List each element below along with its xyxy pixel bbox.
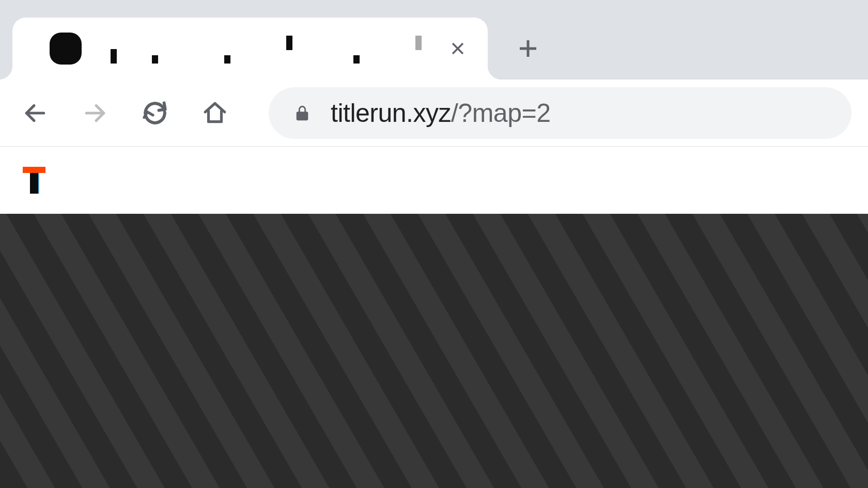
game-glyph-icon [353,55,360,64]
browser-toolbar: titlerun.xyz/?map=2 [0,80,868,147]
bookmark-t-icon [23,167,45,173]
address-bar[interactable]: titlerun.xyz/?map=2 [269,87,851,139]
tab-title [111,34,433,64]
game-glyph-icon [224,55,230,64]
plus-icon [516,36,540,61]
home-button[interactable] [196,95,234,132]
reload-icon [142,100,168,126]
active-tab[interactable] [12,18,488,80]
url-path: /?map=2 [451,99,550,128]
lock-icon [293,103,311,123]
close-tab-button[interactable] [443,34,472,63]
new-tab-button[interactable] [509,30,547,67]
tab-favicon-icon [50,33,82,65]
back-button[interactable] [17,95,54,132]
home-icon [202,100,228,126]
bookmark-item[interactable] [21,167,48,194]
arrow-right-icon [82,100,108,126]
url-text: titlerun.xyz/?map=2 [331,98,550,128]
page-content[interactable] [0,214,868,488]
bookmarks-bar [0,147,868,214]
url-domain: titlerun.xyz [331,99,451,128]
game-glyph-icon [415,36,422,50]
game-glyph-icon [111,49,117,64]
tab-strip [0,0,868,80]
arrow-left-icon [22,100,48,126]
game-glyph-icon [152,55,158,64]
close-icon [449,40,467,57]
game-glyph-icon [286,36,292,50]
forward-button[interactable] [76,95,114,132]
reload-button[interactable] [136,95,174,132]
